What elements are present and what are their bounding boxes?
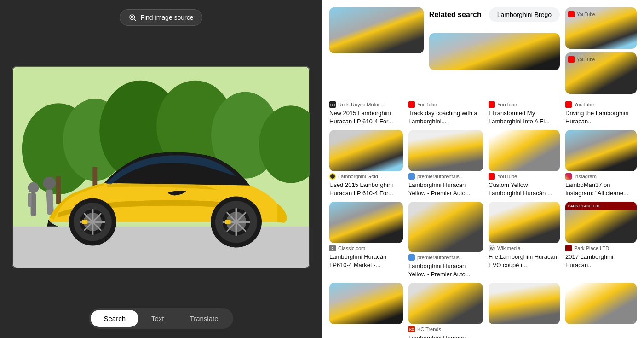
- wk-icon: W: [489, 245, 495, 251]
- card-title-lb: Used 2015 Lamborghini Huracan LP 610-4 F…: [329, 181, 403, 197]
- find-source-button[interactable]: Find image source: [120, 9, 202, 26]
- rr-icon: RR: [329, 101, 336, 108]
- kc-icon: KC: [408, 326, 415, 332]
- svg-point-18: [43, 176, 56, 189]
- thumb-cl: [329, 202, 403, 243]
- svg-rect-11: [56, 176, 61, 203]
- card-yt-custom[interactable]: YouTube Custom Yellow Lamborghini Huracá…: [489, 130, 560, 197]
- card-pr2[interactable]: premierautorentals... Lamborghini Huraca…: [408, 202, 483, 278]
- card-cl[interactable]: C Classic.com Lamborghini Huracán LP610-…: [329, 202, 403, 278]
- yt-icon-2: [568, 56, 575, 63]
- card-title-cl: Lamborghini Huracán LP610-4 Market -...: [329, 253, 403, 269]
- yt-icon-5: [565, 101, 572, 108]
- source-yt-6: YouTube: [497, 174, 517, 179]
- source-ig: Instagram: [574, 174, 597, 179]
- card-lb[interactable]: Lamborghini Gold ... Used 2015 Lamborghi…: [329, 130, 403, 197]
- source-pr2: premierautorentals...: [417, 255, 464, 260]
- find-source-label: Find image source: [140, 14, 193, 21]
- yt-icon-3: [408, 101, 415, 108]
- source-cl: Classic.com: [338, 245, 365, 251]
- card-ig[interactable]: Instagram LamboMan37 on Instagram: "All …: [565, 130, 637, 197]
- main-image: [12, 66, 310, 268]
- ig-icon: [565, 173, 572, 180]
- thumb-bottom-3: [489, 283, 560, 324]
- card-title-yt5: Driving the Lamborghini Huracan...: [565, 109, 637, 125]
- bottom-tabs: Search Text Translate: [89, 308, 233, 329]
- card-pp[interactable]: PARK PLACE LTD Park Place LTD 2017 Lambo…: [565, 202, 637, 278]
- source-pr: premierautorentals...: [417, 174, 464, 179]
- card-title-ig: LamboMan37 on Instagram: "All cleane...: [565, 181, 637, 197]
- left-panel: Find image source: [0, 0, 322, 338]
- right-panel: Related search Lamborghini Brego YouTube…: [322, 0, 644, 338]
- source-pp: Park Place LTD: [574, 245, 609, 251]
- related-chip[interactable]: Lamborghini Brego: [489, 7, 560, 22]
- tab-translate[interactable]: Translate: [177, 310, 231, 327]
- svg-rect-36: [82, 219, 88, 224]
- thumb-yt-custom: [489, 130, 560, 171]
- card-title-pr2: Lamborghini Huracan Yellow - Premier Aut…: [408, 262, 483, 278]
- svg-rect-14: [13, 226, 309, 267]
- tab-search[interactable]: Search: [91, 310, 138, 327]
- card-title-pr: Lamborghini Huracan Yellow - Premier Aut…: [408, 181, 483, 197]
- thumb-bottom-4: [565, 283, 637, 324]
- top-thumb-1[interactable]: YouTube: [565, 7, 637, 49]
- svg-rect-17: [28, 193, 32, 207]
- source-yt-3: YouTube: [417, 102, 437, 107]
- source-label-1: YouTube: [577, 12, 595, 17]
- lens-icon: [128, 13, 137, 22]
- thumb-pr2: [408, 202, 483, 252]
- pr-icon-2: [408, 254, 415, 261]
- source-kc: KC Trends: [417, 326, 441, 332]
- yt-icon-6: [489, 173, 495, 180]
- card-title-custom: Custom Yellow Lamborghini Huracán ...: [489, 181, 560, 197]
- tab-text[interactable]: Text: [138, 310, 177, 327]
- car-image-svg: [12, 67, 310, 268]
- source-yt-4: YouTube: [497, 102, 517, 107]
- thumb-kc: [408, 283, 483, 324]
- related-search-label: Related search: [429, 11, 482, 19]
- card-kc[interactable]: KC KC Trends Lamborghini Huracan Gallery…: [408, 283, 483, 338]
- card-pr[interactable]: premierautorentals... Lamborghini Huraca…: [408, 130, 483, 197]
- pr-icon: [408, 173, 415, 180]
- cl-icon: C: [329, 245, 336, 251]
- card-title-yt4: I Transformed My Lamborghini Into A Fi..…: [489, 109, 560, 125]
- lb-icon: [329, 173, 336, 180]
- thumb-pr: [408, 130, 483, 171]
- related-search-section: Related search Lamborghini Brego: [429, 7, 560, 22]
- card-title-kc: Lamborghini Huracan Gallery - KC Trends: [408, 334, 483, 338]
- card-bottom-1[interactable]: [329, 283, 403, 338]
- thumb-lb: [329, 130, 403, 171]
- svg-rect-37: [225, 219, 231, 224]
- top-left-thumbnail[interactable]: [329, 7, 424, 53]
- related-search-area: Related search Lamborghini Brego YouTube…: [329, 7, 637, 94]
- svg-line-3: [131, 16, 132, 17]
- pp-icon: [565, 245, 572, 251]
- card-title-wk: File:Lamborghini Huracan EVO coupè i...: [489, 253, 560, 269]
- source-yt-5: YouTube: [574, 102, 594, 107]
- thumb-ig: [565, 130, 637, 171]
- thumb-bottom-1: [329, 283, 403, 324]
- card-wk[interactable]: W Wikimedia File:Lamborghini Huracan EVO…: [489, 202, 560, 278]
- thumb-pp: PARK PLACE LTD: [565, 202, 637, 243]
- thumb-wk: [489, 202, 560, 243]
- source-lb: Lamborghini Gold ...: [338, 174, 384, 179]
- card-bottom-3[interactable]: [489, 283, 560, 338]
- related-thumb[interactable]: [429, 33, 560, 70]
- yt-icon-4: [489, 101, 495, 108]
- svg-point-15: [28, 182, 39, 193]
- svg-rect-19: [46, 189, 54, 215]
- source-rr: Rolls-Royce Motor ...: [338, 102, 385, 107]
- card-title-rr: New 2015 Lamborghini Huracan LP 610-4 Fo…: [329, 109, 403, 125]
- svg-point-2: [131, 16, 133, 18]
- svg-line-1: [134, 19, 136, 21]
- yt-icon: [568, 11, 575, 17]
- card-title-yt3: Track day coaching with a Lamborghini...: [408, 109, 483, 125]
- source-label-2: YouTube: [577, 57, 595, 62]
- top-thumb-2[interactable]: YouTube: [565, 52, 637, 94]
- source-wk: Wikimedia: [497, 245, 521, 251]
- card-bottom-4[interactable]: [565, 283, 637, 338]
- card-title-pp: 2017 Lamborghini Huracan...: [565, 253, 637, 269]
